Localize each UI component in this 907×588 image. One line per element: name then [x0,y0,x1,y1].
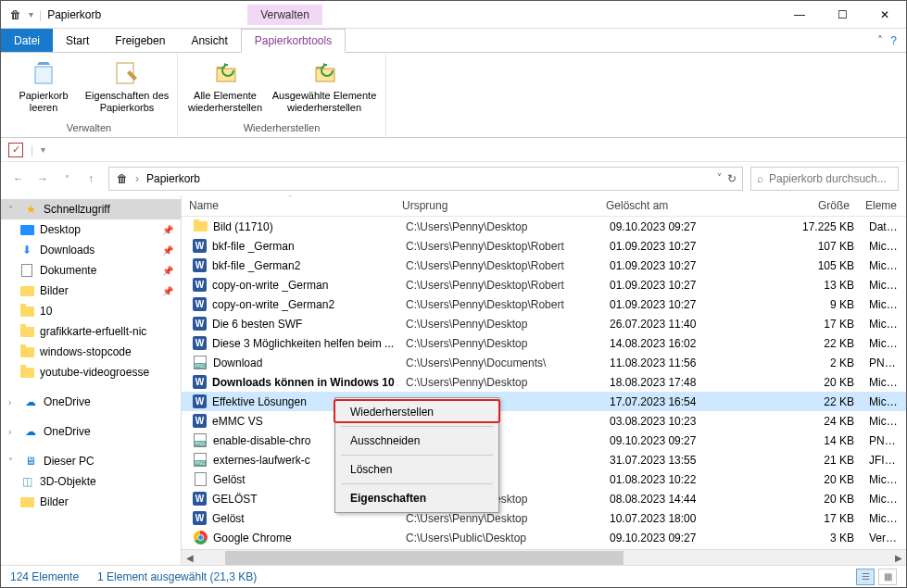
expand-icon[interactable]: ˅ [8,205,18,215]
forward-button[interactable]: → [32,169,53,189]
tree-label: Schnellzugriff [44,203,110,216]
navigation-tree[interactable]: ˅ ★ Schnellzugriff Desktop📌⬇Downloads📌Do… [1,195,182,565]
folder-icon [19,324,34,339]
scroll-right-icon[interactable]: ▶ [890,550,906,566]
expand-icon[interactable]: ˅ [8,457,18,467]
col-size[interactable]: Größe [775,195,858,216]
ctx-restore[interactable]: Wiederherstellen [337,400,497,424]
tab-view[interactable]: Ansicht [178,29,240,52]
table-row[interactable]: Gelöstesktop01.08.2023 10:2220 KBMicros [182,469,906,489]
tree-item-3d[interactable]: ◫3D-Objekte [1,471,181,492]
restore-selected-button[interactable]: Ausgewählte Elemente wiederherstellen [269,55,380,118]
ctx-delete[interactable]: Löschen [337,457,497,482]
status-selection: 1 Element ausgewählt (21,3 KB) [97,570,257,583]
qat-caret-icon[interactable]: ▾ [29,9,33,19]
table-row[interactable]: enable-disable-chroesktop09.10.2023 09:2… [182,431,906,450]
up-button[interactable]: ↑ [81,169,101,189]
quickbar-caret-icon[interactable]: ▾ [41,144,45,155]
search-box[interactable]: ⌕ Papierkorb durchsuch... [750,167,899,191]
ribbon-group-caption: Wiederherstellen [244,120,321,135]
cell-deleted: 01.09.2023 10:27 [602,279,778,292]
recent-locations-button[interactable]: ˅ [57,169,77,189]
tree-onedrive[interactable]: › ☁ OneDrive [1,392,181,412]
tree-item-yt[interactable]: youtube-videogroesse [1,362,181,382]
col-type[interactable]: Eleme [858,195,906,216]
expand-icon[interactable]: › [8,397,18,407]
tab-recyclebin-tools[interactable]: Papierkorbtools [241,29,346,53]
maximize-button[interactable]: ☐ [821,1,863,29]
table-row[interactable]: Wcopy-on-write _GermanC:\Users\Penny\Des… [182,275,906,294]
cell-origin: C:\Users\Penny\Desktop [398,337,602,350]
crumb-separator-icon[interactable]: › [135,172,139,185]
view-details-button[interactable]: ☰ [856,569,875,585]
cell-deleted: 09.10.2023 09:27 [602,434,778,447]
table-row[interactable]: externes-laufwerk-cocuments\31.07.2023 1… [182,450,906,469]
table-row[interactable]: WeMMC VSesktop03.08.2023 10:2324 KBMicro… [182,411,906,431]
refresh-button[interactable]: ↻ [727,172,737,185]
table-row[interactable]: WDownloads können in Windows 10 ...C:\Us… [182,372,906,392]
table-row[interactable]: Bild (11710)C:\Users\Penny\Desktop09.10.… [182,217,906,236]
table-row[interactable]: Wbkf-file _GermanC:\Users\Penny\Desktop\… [182,236,906,256]
cell-type: PNG-D [862,434,906,447]
col-origin[interactable]: Ursprung [395,195,598,216]
horizontal-scrollbar[interactable]: ◀ ▶ [182,549,906,565]
tab-file[interactable]: Datei [1,29,53,52]
tree-label: Dokumente [40,264,96,277]
breadcrumb-current[interactable]: Papierkorb [145,172,202,185]
address-bar[interactable]: 🗑 › Papierkorb ˅ ↻ [108,167,743,191]
cell-type: Micros [862,376,906,389]
restore-all-button[interactable]: Alle Elemente wiederherstellen [183,55,267,118]
tab-start[interactable]: Start [53,29,102,52]
cell-origin: C:\Users\Penny\Desktop\Robert [398,240,602,253]
table-row[interactable]: Wbkf-file _German2C:\Users\Penny\Desktop… [182,256,906,275]
back-button[interactable]: ← [8,169,29,189]
tree-item-stopcode[interactable]: windows-stopcode [1,342,181,362]
cell-origin: C:\Users\Penny\Desktop [398,376,602,389]
image-icon [193,453,208,468]
tree-onedrive[interactable]: › ☁ OneDrive [1,421,181,442]
file-name: externes-laufwerk-c [213,454,310,467]
word-icon: W [193,239,207,253]
address-dropdown-icon[interactable]: ˅ [717,172,722,185]
tree-this-pc[interactable]: ˅ 🖥 Dieser PC [1,451,181,471]
table-row[interactable]: Wcopy-on-write _German2C:\Users\Penny\De… [182,294,906,314]
minimize-button[interactable]: — [778,1,821,29]
table-row[interactable]: Google ChromeC:\Users\Public\Desktop09.1… [182,528,906,547]
view-icons-button[interactable]: ▦ [878,569,897,585]
col-deleted[interactable]: Gelöscht am [598,195,775,216]
ctx-properties[interactable]: Eigenschaften [337,486,497,510]
scroll-left-icon[interactable]: ◀ [182,550,197,566]
ribbon-tabs: Datei Start Freigeben Ansicht Papierkorb… [1,29,906,53]
tree-item-documents[interactable]: Dokumente📌 [1,260,181,281]
tree-quick-access[interactable]: ˅ ★ Schnellzugriff [1,199,181,219]
file-rows[interactable]: Bild (11710)C:\Users\Penny\Desktop09.10.… [182,217,906,549]
close-button[interactable]: ✕ [863,1,906,29]
table-row[interactable]: WDiese 3 Möglichkeiten helfen beim ...C:… [182,333,906,353]
recycle-bin-properties-button[interactable]: Eigenschaften des Papierkorbs [82,55,171,118]
tree-item-ten[interactable]: 10 [1,301,181,321]
word-icon: W [193,375,207,389]
tree-item-pictures[interactable]: Bilder📌 [1,281,181,301]
table-row[interactable]: WDie 6 besten SWFC:\Users\Penny\Desktop2… [182,314,906,333]
table-row[interactable]: WGelöstC:\Users\Penny\Desktop10.07.2023 … [182,508,906,528]
file-name: bkf-file _German [212,240,295,253]
tree-item-gfx[interactable]: grafikkarte-erfuellt-nic [1,321,181,342]
scrollbar-thumb[interactable] [225,551,624,565]
expand-icon[interactable]: › [8,427,18,437]
tab-share[interactable]: Freigeben [102,29,178,52]
tree-item-downloads[interactable]: ⬇Downloads📌 [1,240,181,260]
table-row[interactable]: WEffektive Lösungenesktop17.07.2023 16:5… [182,392,906,411]
collapse-ribbon-icon[interactable]: ˄ [877,34,883,47]
tree-item-desktop[interactable]: Desktop📌 [1,219,181,240]
table-row[interactable]: DownloadC:\Users\Penny\Documents\11.08.2… [182,353,906,372]
pictures-icon [19,494,34,509]
empty-recycle-bin-button[interactable]: Papierkorb leeren [6,55,81,118]
status-count: 124 Elemente [10,570,79,583]
pin-icon: 📌 [162,266,173,276]
select-all-checkbox[interactable]: ✓ [8,143,23,157]
table-row[interactable]: WGELÖSTC:\Users\Penny\Desktop08.08.2023 … [182,489,906,508]
cell-size: 9 KB [778,298,862,311]
ctx-cut[interactable]: Ausschneiden [337,429,497,453]
tree-item-pictures2[interactable]: Bilder [1,492,181,512]
help-icon[interactable]: ? [890,34,897,47]
